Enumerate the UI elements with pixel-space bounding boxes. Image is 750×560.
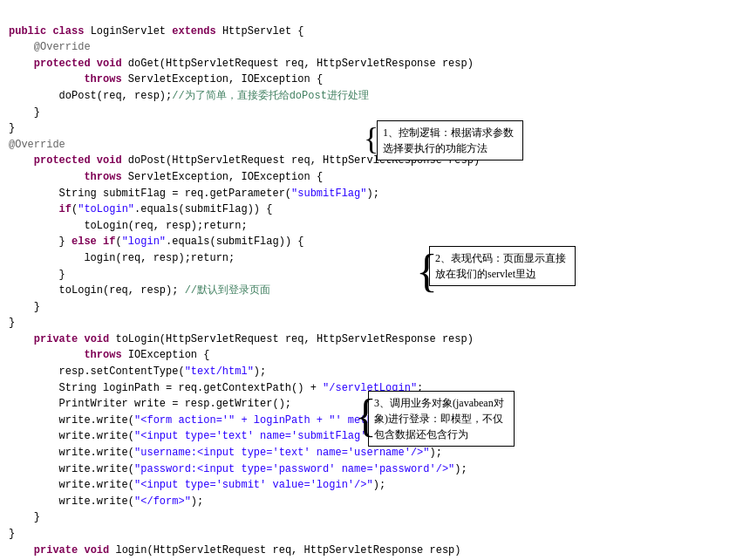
line-12: if("toLogin".equals(submitFlag)) { [9,203,272,215]
annotation-1: { 1、控制逻辑：根据请求参数选择要执行的功能方法 [377,120,523,160]
line-22: resp.setContentType("text/html"); [9,365,266,378]
line-32: } [9,528,15,540]
line-31: } [9,511,40,523]
line-17: toLogin(req, resp); //默认到登录页面 [9,284,270,297]
annotation-2-brace: { [416,249,438,294]
code-editor: public class LoginServlet extends HttpSe… [0,0,750,560]
annotation-3-brace: { [355,393,377,439]
line-29: write.write("<input type='submit' value=… [9,479,385,491]
line-6: } [9,106,40,119]
line-2: @Override [9,41,91,53]
line-4: throws ServletException, IOException { [9,73,323,85]
line-14: } else if("login".equals(submitFlag)) { [9,236,304,248]
line-33: private void login(HttpServletRequest re… [9,544,461,557]
line-5: doPost(req, resp);//为了简单，直接委托给doPost进行处理 [9,90,369,102]
line-8: @Override [9,139,65,151]
annotation-3-text: 3、调用业务对象(javabean对象)进行登录：即模型，不仅包含数据还包含行为 [374,397,504,440]
line-30: write.write("</form>"); [9,495,203,508]
line-16: } [9,269,65,281]
annotation-1-text: 1、控制逻辑：根据请求参数选择要执行的功能方法 [383,126,514,154]
line-1: public class LoginServlet extends HttpSe… [9,25,304,38]
line-20: private void toLogin(HttpServletRequest … [9,333,474,345]
annotation-1-brace: { [364,123,378,154]
line-11: String submitFlag = req.getParameter("su… [9,188,379,200]
line-24: PrintWriter write = resp.getWriter(); [9,398,291,410]
line-3: protected void doGet(HttpServletRequest … [9,58,474,70]
line-21: throws IOException { [9,349,209,361]
annotation-3: { 3、调用业务对象(javabean对象)进行登录：即模型，不仅包含数据还包含… [368,391,515,447]
line-10: throws ServletException, IOException { [9,171,323,183]
line-13: toLogin(req, resp);return; [9,220,248,232]
line-19: } [9,317,15,329]
line-27: write.write("username:<input type='text'… [9,447,442,459]
line-18: } [9,301,40,313]
annotation-2: { 2、表现代码：页面显示直接放在我们的servlet里边 [429,246,576,286]
line-28: write.write("password:<input type='passw… [9,463,467,475]
annotation-2-text: 2、表现代码：页面显示直接放在我们的servlet里边 [435,252,566,280]
line-7: } [9,122,15,134]
line-15: login(req, resp);return; [9,252,235,264]
